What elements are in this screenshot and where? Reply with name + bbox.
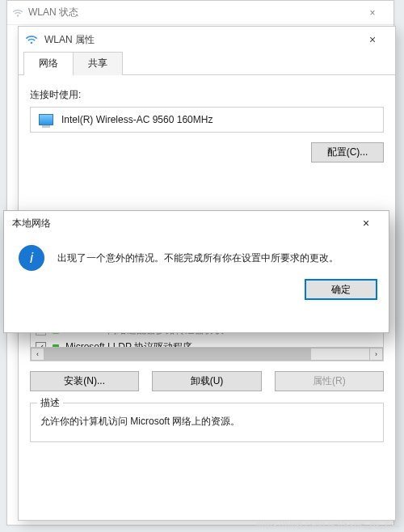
description-legend: 描述 <box>37 396 63 410</box>
modal-body: i 出现了一个意外的情况。不能完成所有你在设置中所要求的更改。 <box>4 235 389 274</box>
scroll-track[interactable] <box>44 348 369 361</box>
tab-bar: 网络 共享 <box>19 53 395 75</box>
close-icon[interactable]: × <box>351 217 381 230</box>
adapter-icon <box>39 114 53 125</box>
wlan-properties-titlebar: WLAN 属性 × <box>19 27 395 53</box>
info-icon: i <box>19 245 44 271</box>
adapter-box[interactable]: Intel(R) Wireless-AC 9560 160MHz <box>30 107 384 133</box>
horizontal-scrollbar[interactable]: ‹ › <box>31 347 383 361</box>
scroll-left-button[interactable]: ‹ <box>31 348 44 361</box>
install-button[interactable]: 安装(N)... <box>30 371 139 391</box>
tab-network[interactable]: 网络 <box>23 52 74 75</box>
modal-button-row: 确定 <box>4 274 389 310</box>
wlan-status-titlebar: WLAN 状态 × <box>7 1 393 25</box>
modal-title: 本地网络 <box>12 217 351 230</box>
ok-button[interactable]: 确定 <box>305 279 377 300</box>
modal-titlebar: 本地网络 × <box>4 211 389 235</box>
watermark: https://blog.csdn.net/Kyrie_py_css <box>256 519 399 529</box>
protocol-button-row: 安装(N)... 卸载(U) 属性(R) <box>30 371 384 391</box>
close-icon[interactable]: × <box>356 33 389 46</box>
description-text: 允许你的计算机访问 Microsoft 网络上的资源。 <box>40 415 373 429</box>
scroll-right-button[interactable]: › <box>369 348 383 361</box>
protocol-properties-button: 属性(R) <box>275 371 384 391</box>
adapter-name: Intel(R) Wireless-AC 9560 160MHz <box>61 114 213 125</box>
description-groupbox: 描述 允许你的计算机访问 Microsoft 网络上的资源。 <box>30 403 384 442</box>
tab-sharing-label: 共享 <box>88 57 107 69</box>
configure-button[interactable]: 配置(C)... <box>311 142 384 163</box>
wifi-icon <box>25 34 38 45</box>
close-icon[interactable]: × <box>356 7 389 19</box>
tab-sharing[interactable]: 共享 <box>73 52 123 75</box>
modal-message: 出现了一个意外的情况。不能完成所有你在设置中所要求的更改。 <box>57 251 339 265</box>
wifi-icon <box>12 8 23 18</box>
scroll-thumb[interactable] <box>44 348 311 360</box>
local-network-modal: 本地网络 × i 出现了一个意外的情况。不能完成所有你在设置中所要求的更改。 确… <box>3 210 389 333</box>
tab-network-label: 网络 <box>39 57 58 69</box>
connect-using-label: 连接时使用: <box>30 88 384 102</box>
uninstall-button[interactable]: 卸载(U) <box>152 371 261 391</box>
wlan-properties-title: WLAN 属性 <box>44 33 356 47</box>
wlan-status-title: WLAN 状态 <box>28 6 78 19</box>
